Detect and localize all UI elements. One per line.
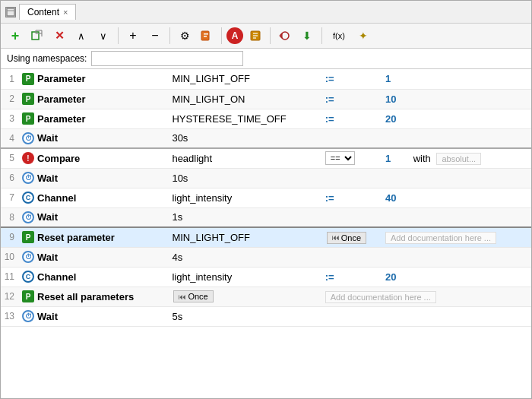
row-type-label: Wait xyxy=(37,173,58,184)
with-label: with xyxy=(413,153,431,164)
main-window: Content × + ✕ ∧ ∨ + − ⚙ A ⬇ f(x) ✦ xyxy=(0,0,532,399)
channel-icon: C xyxy=(22,192,34,204)
svg-rect-9 xyxy=(204,36,207,37)
row-number: 5 xyxy=(1,148,19,168)
settings-button[interactable]: ⚙ xyxy=(175,27,195,45)
row-type-cell: P Reset all parameters xyxy=(19,287,169,306)
title-bar: Content × xyxy=(1,1,531,24)
star-button[interactable]: ✦ xyxy=(353,27,373,45)
row-type-cell: ! Compare xyxy=(19,148,169,168)
value-cell xyxy=(382,168,410,188)
row-type-cell: ⏱ Wait xyxy=(19,247,169,267)
doc-cell: Add documentation here ... xyxy=(382,227,531,247)
once-button[interactable]: ⏮ Once xyxy=(327,232,366,244)
value-cell xyxy=(382,306,410,326)
separator-5 xyxy=(321,27,322,44)
tab-label: Content xyxy=(27,7,59,17)
param-cell: MIN_LIGHT_ON xyxy=(169,89,321,109)
extra-cell xyxy=(410,168,531,188)
once-label: Once xyxy=(341,233,361,242)
row-type-cell: P Parameter xyxy=(19,89,169,109)
with-cell: with absolut... xyxy=(410,148,531,168)
tool-button[interactable] xyxy=(275,27,295,45)
row-number: 10 xyxy=(1,247,19,267)
row-type-cell: P Parameter xyxy=(19,109,169,128)
settings2-button[interactable] xyxy=(197,27,217,45)
add-item-button[interactable]: + xyxy=(123,27,143,45)
add-button[interactable]: + xyxy=(5,27,25,45)
absolu-placeholder: absolut... xyxy=(436,153,481,165)
param-cell: 30s xyxy=(169,128,321,148)
op-cell: ⏮ Once xyxy=(322,227,382,247)
table-row: 6 ⏱ Wait 10s xyxy=(1,168,531,188)
table-row: 13 ⏱ Wait 5s xyxy=(1,306,531,326)
value-cell: 1 xyxy=(382,69,410,89)
op-cell xyxy=(322,306,382,326)
wait-icon: ⏱ xyxy=(22,132,34,144)
play-icon: ⏮ xyxy=(332,233,340,242)
table-row: 7 C Channel light_intensity := 40 xyxy=(1,188,531,207)
row-type-label: Wait xyxy=(37,211,58,223)
namespace-label: Using namespaces: xyxy=(7,53,87,64)
param-cell: headlight xyxy=(169,148,321,168)
once-button-2[interactable]: ⏮ Once xyxy=(173,290,213,302)
extra-cell xyxy=(410,188,531,207)
row-number: 11 xyxy=(1,267,19,287)
parameter-icon: P xyxy=(22,93,34,105)
value-cell xyxy=(382,207,410,227)
close-icon[interactable]: × xyxy=(63,8,68,17)
separator-3 xyxy=(221,27,222,44)
compare-operator-select[interactable]: == != < > xyxy=(325,151,355,165)
row-type-cell: ⏱ Wait xyxy=(19,207,169,227)
doc-placeholder: Add documentation here ... xyxy=(385,232,496,244)
extra-cell xyxy=(410,89,531,109)
fx-button[interactable]: f(x) xyxy=(327,27,351,45)
delete-button[interactable]: ✕ xyxy=(49,27,69,45)
play-icon-2: ⏮ xyxy=(179,293,186,301)
add-ref-button[interactable] xyxy=(27,27,47,45)
table-row: 9 P Reset parameter MIN_LIGHT_OFF ⏮ Once xyxy=(1,227,531,247)
op-cell: == != < > xyxy=(322,148,382,168)
parameter-icon: P xyxy=(22,73,34,85)
value-cell: 20 xyxy=(382,267,410,287)
namespace-input[interactable] xyxy=(91,51,243,66)
doc-placeholder-2: Add documentation here ... xyxy=(325,291,436,303)
row-type-label: Reset parameter xyxy=(37,232,115,243)
content-tab[interactable]: Content × xyxy=(19,4,76,20)
extra-cell xyxy=(410,306,531,326)
extra-cell xyxy=(410,267,531,287)
extra-cell xyxy=(410,109,531,128)
value-cell xyxy=(382,128,410,148)
value-cell: 10 xyxy=(382,89,410,109)
svg-rect-0 xyxy=(7,8,14,16)
row-number: 4 xyxy=(1,128,19,148)
download-button[interactable]: ⬇ xyxy=(297,27,317,45)
row-number: 8 xyxy=(1,207,19,227)
icon-book-button[interactable] xyxy=(245,27,265,45)
move-up-button[interactable]: ∧ xyxy=(71,27,91,45)
move-down-button[interactable]: ∨ xyxy=(93,27,113,45)
row-type-cell: ⏱ Wait xyxy=(19,306,169,326)
row-number: 2 xyxy=(1,89,19,109)
icon-a-button[interactable]: A xyxy=(226,27,243,44)
param-cell: HYSTERESE_TIME_OFF xyxy=(169,109,321,128)
content-area: 1 P Parameter MIN_LIGHT_OFF := 1 2 xyxy=(1,69,531,398)
param-cell: 5s xyxy=(169,306,321,326)
remove-item-button[interactable]: − xyxy=(145,27,165,45)
once-label-2: Once xyxy=(188,292,207,301)
row-type-cell: ⏱ Wait xyxy=(19,128,169,148)
separator-2 xyxy=(169,27,170,44)
row-type-label: Wait xyxy=(37,252,58,263)
value-cell: 20 xyxy=(382,109,410,128)
wait-icon: ⏱ xyxy=(22,172,34,184)
op-cell: := xyxy=(322,89,382,109)
channel-icon: C xyxy=(22,271,34,283)
row-number: 1 xyxy=(1,69,19,89)
content-table: 1 P Parameter MIN_LIGHT_OFF := 1 2 xyxy=(1,69,531,327)
op-cell: := xyxy=(322,267,382,287)
table-row: 5 ! Compare headlight == != < > xyxy=(1,148,531,168)
table-row: 8 ⏱ Wait 1s xyxy=(1,207,531,227)
toolbar: + ✕ ∧ ∨ + − ⚙ A ⬇ f(x) ✦ xyxy=(1,24,531,49)
row-number: 7 xyxy=(1,188,19,207)
row-number: 13 xyxy=(1,306,19,326)
